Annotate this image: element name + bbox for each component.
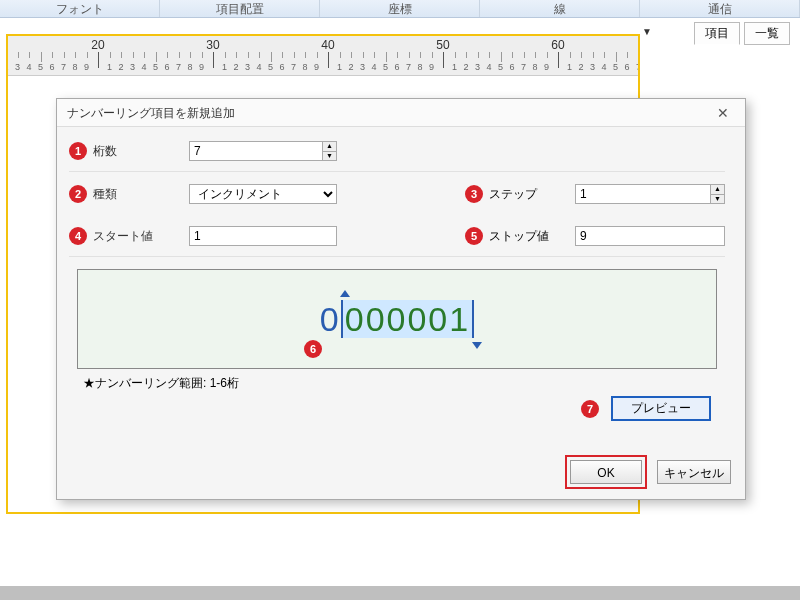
digits-input[interactable] bbox=[189, 141, 337, 161]
preview-selection: 000001 bbox=[341, 300, 474, 338]
ruler-minor-label: 1 bbox=[337, 62, 342, 72]
start-label: スタート値 bbox=[93, 228, 189, 245]
tab-list[interactable]: 一覧 bbox=[744, 22, 790, 45]
ruler-minor-label: 6 bbox=[394, 62, 399, 72]
badge-2: 2 bbox=[69, 185, 87, 203]
ruler-minor-label: 5 bbox=[153, 62, 158, 72]
ribbon-tab-coords[interactable]: 座標 bbox=[320, 0, 480, 17]
ruler-minor-label: 7 bbox=[521, 62, 526, 72]
ruler-minor-label: 9 bbox=[314, 62, 319, 72]
ribbon-tab-layout[interactable]: 項目配置 bbox=[160, 0, 320, 17]
badge-3: 3 bbox=[465, 185, 483, 203]
ruler-minor-label: 2 bbox=[8, 62, 9, 72]
dialog-title-text: ナンバーリング項目を新規追加 bbox=[67, 99, 235, 127]
status-strip bbox=[0, 586, 800, 600]
ribbon: フォント 項目配置 座標 線 通信 bbox=[0, 0, 800, 18]
ruler-minor-label: 8 bbox=[187, 62, 192, 72]
ruler-minor-label: 3 bbox=[475, 62, 480, 72]
ruler-minor-label: 7 bbox=[291, 62, 296, 72]
ruler-minor-label: 3 bbox=[360, 62, 365, 72]
ruler-minor-label: 2 bbox=[578, 62, 583, 72]
ruler-minor-label: 2 bbox=[118, 62, 123, 72]
ruler-major-label: 40 bbox=[321, 38, 334, 52]
ruler-minor-label: 5 bbox=[613, 62, 618, 72]
ruler-minor-label: 1 bbox=[452, 62, 457, 72]
selection-handle-top-icon[interactable] bbox=[340, 290, 350, 297]
badge-4: 4 bbox=[69, 227, 87, 245]
badge-6: 6 bbox=[304, 340, 322, 358]
badge-7: 7 bbox=[581, 400, 599, 418]
digits-label: 桁数 bbox=[93, 143, 189, 160]
ruler-minor-label: 5 bbox=[268, 62, 273, 72]
ruler-minor-label: 4 bbox=[371, 62, 376, 72]
tab-item[interactable]: 項目 bbox=[694, 22, 740, 45]
selection-handle-bottom-icon[interactable] bbox=[472, 342, 482, 349]
ruler-minor-label: 7 bbox=[61, 62, 66, 72]
ruler-minor-label: 6 bbox=[624, 62, 629, 72]
numbering-dialog: ナンバーリング項目を新規追加 ✕ 1 桁数 ▲▼ 2 種類 インクリメント bbox=[56, 98, 746, 500]
ruler-minor-label: 9 bbox=[544, 62, 549, 72]
badge-1: 1 bbox=[69, 142, 87, 160]
step-label: ステップ bbox=[489, 186, 575, 203]
close-icon[interactable]: ✕ bbox=[711, 99, 735, 127]
ruler-minor-label: 8 bbox=[532, 62, 537, 72]
side-tabs: 項目 一覧 bbox=[694, 22, 790, 45]
ruler-major-label: 50 bbox=[436, 38, 449, 52]
ruler-minor-label: 4 bbox=[26, 62, 31, 72]
ruler-minor-label: 3 bbox=[130, 62, 135, 72]
cancel-button[interactable]: キャンセル bbox=[657, 460, 731, 484]
preview-button[interactable]: プレビュー bbox=[611, 396, 711, 421]
ruler-major-label: 60 bbox=[551, 38, 564, 52]
ruler-minor-label: 2 bbox=[463, 62, 468, 72]
ruler-minor-label: 1 bbox=[107, 62, 112, 72]
preview-text[interactable]: 0000001 bbox=[314, 298, 480, 341]
ruler-minor-label: 6 bbox=[279, 62, 284, 72]
ruler-minor-label: 2 bbox=[348, 62, 353, 72]
step-spinner[interactable]: ▲▼ bbox=[710, 185, 724, 203]
ok-button[interactable]: OK bbox=[570, 460, 642, 484]
ruler-minor-label: 1 bbox=[567, 62, 572, 72]
ruler-minor-label: 3 bbox=[15, 62, 20, 72]
ruler-minor-label: 5 bbox=[38, 62, 43, 72]
ruler-minor-label: 6 bbox=[509, 62, 514, 72]
ribbon-tab-comm[interactable]: 通信 bbox=[640, 0, 800, 17]
ruler-minor-label: 6 bbox=[164, 62, 169, 72]
ruler-minor-label: 6 bbox=[49, 62, 54, 72]
stop-input[interactable] bbox=[575, 226, 725, 246]
ruler: 2030405060 23456789123456789123456789123… bbox=[8, 36, 638, 76]
ruler-minor-label: 7 bbox=[176, 62, 181, 72]
ruler-minor-label: 1 bbox=[222, 62, 227, 72]
ruler-minor-label: 5 bbox=[383, 62, 388, 72]
ruler-minor-label: 8 bbox=[302, 62, 307, 72]
dialog-titlebar: ナンバーリング項目を新規追加 ✕ bbox=[57, 99, 745, 127]
ruler-major-label: 20 bbox=[91, 38, 104, 52]
ruler-minor-label: 4 bbox=[141, 62, 146, 72]
ruler-minor-label: 3 bbox=[590, 62, 595, 72]
ruler-minor-label: 9 bbox=[199, 62, 204, 72]
ruler-minor-label: 9 bbox=[429, 62, 434, 72]
ribbon-tab-line[interactable]: 線 bbox=[480, 0, 640, 17]
ruler-minor-label: 7 bbox=[636, 62, 638, 72]
badge-5: 5 bbox=[465, 227, 483, 245]
ok-highlight: OK bbox=[565, 455, 647, 489]
range-note: ★ナンバーリング範囲: 1-6桁 bbox=[83, 375, 725, 392]
ruler-minor-label: 5 bbox=[498, 62, 503, 72]
ruler-major-label: 30 bbox=[206, 38, 219, 52]
ruler-minor-label: 9 bbox=[84, 62, 89, 72]
ruler-minor-label: 3 bbox=[245, 62, 250, 72]
digits-spinner[interactable]: ▲▼ bbox=[322, 142, 336, 160]
dropdown-arrow-icon[interactable]: ▼ bbox=[642, 26, 652, 37]
ruler-minor-label: 4 bbox=[256, 62, 261, 72]
ruler-minor-label: 7 bbox=[406, 62, 411, 72]
start-input[interactable] bbox=[189, 226, 337, 246]
ruler-minor-label: 4 bbox=[601, 62, 606, 72]
ruler-minor-label: 8 bbox=[417, 62, 422, 72]
ruler-minor-label: 2 bbox=[233, 62, 238, 72]
preview-box: 0000001 6 bbox=[77, 269, 717, 369]
ruler-minor-label: 4 bbox=[486, 62, 491, 72]
step-input[interactable] bbox=[575, 184, 725, 204]
stop-label: ストップ値 bbox=[489, 228, 575, 245]
ruler-minor-label: 8 bbox=[72, 62, 77, 72]
type-select[interactable]: インクリメント bbox=[189, 184, 337, 204]
ribbon-tab-font[interactable]: フォント bbox=[0, 0, 160, 17]
